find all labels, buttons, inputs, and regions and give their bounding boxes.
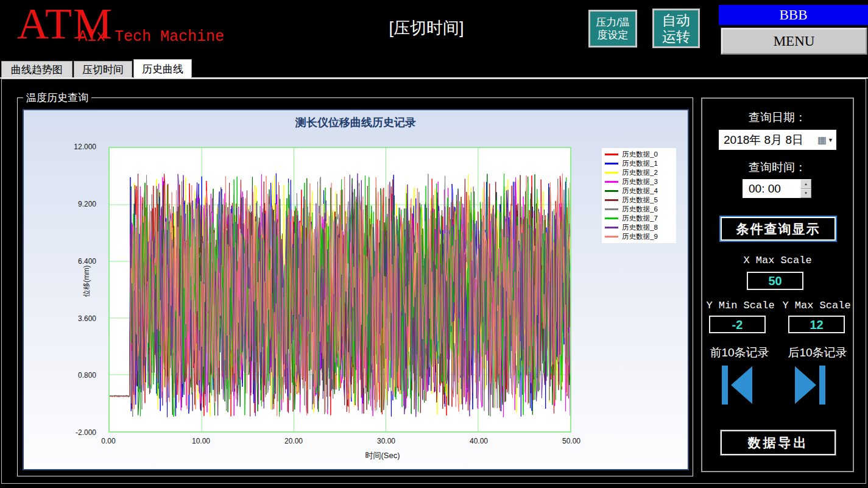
legend-swatch (605, 199, 618, 201)
conditional-query-button[interactable]: 条件查询显示 (721, 217, 836, 241)
menu-button[interactable]: MENU (721, 28, 867, 54)
legend-swatch (605, 227, 618, 228)
query-time-input[interactable]: 00: 00 ▲ ▼ (743, 179, 811, 198)
y-tick-label: 0.800 (52, 371, 96, 380)
pressure-temp-line2: 度设定 (590, 29, 635, 41)
legend-swatch (605, 181, 618, 183)
groupbox-title: 温度历史查询 (23, 91, 91, 105)
chart-legend: 历史数据_0历史数据_1历史数据_2历史数据_3历史数据_4历史数据_5历史数据… (602, 148, 676, 243)
chart-plot-area (108, 147, 571, 433)
content-frame: 温度历史查询 测长仪位移曲线历史记录 12.000 9.200 6.400 3.… (1, 79, 866, 484)
query-date-label: 查询日期： (702, 110, 853, 126)
prev-records-label: 前10条记录 (702, 345, 777, 361)
query-time-label: 查询时间： (702, 160, 853, 175)
legend-label: 历史数据_2 (622, 168, 658, 177)
y-max-scale-field[interactable]: 12 (788, 316, 845, 333)
page-title: [压切时间] (341, 17, 512, 39)
legend-item: 历史数据_4 (605, 186, 673, 196)
legend-swatch (605, 172, 618, 174)
time-spinner: ▲ ▼ (800, 179, 811, 198)
legend-label: 历史数据_9 (622, 232, 658, 241)
y-min-scale-label: Y Min Scale (702, 300, 778, 311)
legend-label: 历史数据_0 (622, 150, 658, 159)
calendar-dropdown-button[interactable]: ▦ ▼ (817, 135, 836, 145)
legend-swatch (605, 190, 618, 192)
query-date-picker[interactable]: 2018年 8月 8日 ▦ ▼ (719, 130, 836, 150)
legend-label: 历史数据_3 (622, 177, 658, 186)
legend-label: 历史数据_4 (622, 186, 658, 196)
y-tick-label: 3.600 (52, 314, 96, 323)
prev-records-button[interactable] (722, 366, 753, 405)
legend-label: 历史数据_8 (622, 223, 658, 232)
calendar-icon: ▦ (817, 135, 827, 145)
chevron-down-icon: ▼ (828, 137, 833, 143)
pressure-temp-settings-button[interactable]: 压力/温 度设定 (588, 10, 637, 48)
query-date-value: 2018年 8月 8日 (724, 132, 803, 148)
plot-svg (110, 148, 570, 431)
chart-title: 测长仪位移曲线历史记录 (24, 115, 688, 130)
status-banner: BBB (719, 5, 868, 25)
data-export-button[interactable]: 数据导出 (721, 430, 836, 455)
legend-swatch (605, 208, 618, 210)
x-tick-label: 10.00 (182, 437, 221, 445)
x-tick-label: 30.00 (367, 437, 406, 445)
legend-label: 历史数据_5 (622, 196, 658, 205)
hmi-screen: ATM Aix Tech Machine [压切时间] 压力/温 度设定 自动 … (0, 0, 868, 488)
legend-label: 历史数据_7 (622, 214, 658, 223)
legend-item: 历史数据_0 (605, 150, 673, 159)
legend-item: 历史数据_6 (605, 205, 673, 214)
legend-swatch (605, 163, 618, 164)
legend-label: 历史数据_1 (622, 159, 658, 168)
legend-item: 历史数据_9 (605, 232, 673, 241)
pressure-temp-line1: 压力/温 (590, 16, 635, 29)
logo-subtitle: Aix Tech Machine (78, 28, 224, 46)
y-tick-label: 12.000 (52, 143, 96, 151)
y-min-scale-field[interactable]: -2 (709, 316, 766, 333)
legend-item: 历史数据_3 (605, 177, 673, 186)
y-tick-label: -2.000 (52, 428, 96, 437)
legend-item: 历史数据_8 (605, 223, 673, 232)
x-tick-label: 0.00 (89, 437, 128, 445)
legend-label: 历史数据_6 (622, 205, 658, 214)
x-tick-label: 20.00 (274, 437, 313, 445)
legend-item: 历史数据_2 (605, 168, 673, 177)
temperature-history-groupbox: 温度历史查询 测长仪位移曲线历史记录 12.000 9.200 6.400 3.… (17, 97, 693, 476)
legend-swatch (605, 236, 618, 238)
legend-item: 历史数据_1 (605, 159, 673, 168)
y-axis-label: 位移(mm) (82, 254, 92, 309)
next-records-label: 后10条记录 (780, 345, 855, 361)
legend-swatch (605, 154, 618, 155)
query-panel: 查询日期： 2018年 8月 8日 ▦ ▼ 查询时间： 00: 00 ▲ ▼ 条… (701, 97, 854, 472)
x-tick-label: 50.00 (552, 437, 591, 445)
tab-curve-trend[interactable]: 曲线趋势图 (1, 61, 72, 77)
next-records-button[interactable] (794, 366, 825, 405)
tab-press-cut-time[interactable]: 压切时间 (74, 61, 132, 77)
auto-run-line2: 运转 (654, 29, 698, 44)
x-tick-label: 40.00 (459, 437, 498, 445)
y-max-scale-label: Y Max Scale (778, 300, 855, 311)
legend-swatch (605, 217, 618, 219)
x-max-scale-label: X Max Scale (702, 255, 853, 266)
y-tick-label: 9.200 (52, 200, 96, 208)
legend-item: 历史数据_5 (605, 196, 673, 205)
x-axis-label: 时间(Sec) (24, 450, 572, 461)
auto-run-line1: 自动 (654, 12, 698, 28)
tab-history-curve[interactable]: 历史曲线 (133, 59, 192, 78)
auto-run-button[interactable]: 自动 运转 (652, 9, 700, 48)
history-chart: 测长仪位移曲线历史记录 12.000 9.200 6.400 3.600 0.8… (23, 109, 689, 470)
x-max-scale-field[interactable]: 50 (747, 272, 803, 290)
spinner-up-button[interactable]: ▲ (800, 179, 811, 189)
legend-item: 历史数据_7 (605, 214, 673, 223)
query-time-value: 00: 00 (749, 182, 781, 196)
spinner-down-button[interactable]: ▼ (800, 189, 811, 199)
